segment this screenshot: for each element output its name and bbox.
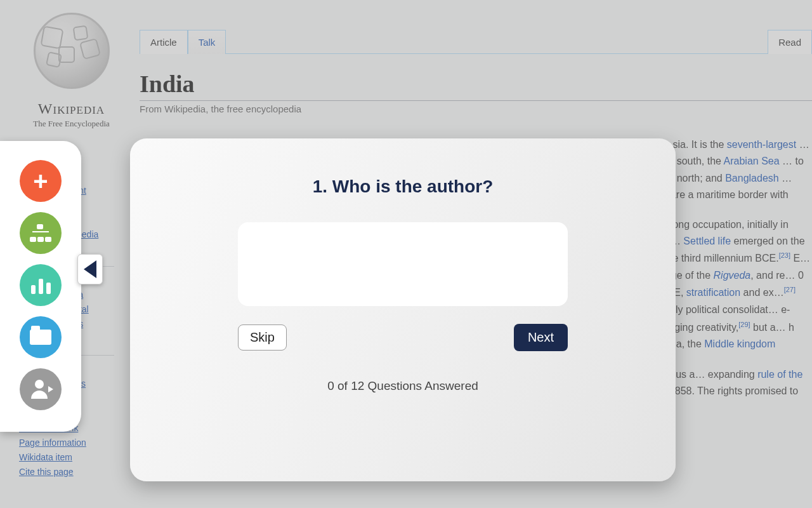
quiz-progress-text: 0 of 12 Questions Answered [193, 379, 612, 393]
tab-talk[interactable]: Talk [188, 30, 226, 54]
sb-link[interactable]: Cite this page [19, 465, 124, 479]
ref[interactable]: [29] [738, 321, 750, 328]
quiz-question: 1. Who is the author? [193, 177, 612, 197]
logo-wordmark: Wikipedia [19, 100, 124, 117]
tool-dock [0, 141, 81, 432]
link[interactable]: Middle kingdom [704, 338, 775, 349]
link[interactable]: Settled life [683, 236, 731, 246]
link[interactable]: Arabian Sea [724, 156, 780, 166]
tab-read[interactable]: Read [768, 30, 812, 54]
sb-link[interactable]: Page information [19, 436, 124, 450]
share-user-icon[interactable] [20, 368, 62, 410]
quiz-modal: 1. Who is the author? Skip Next 0 of 12 … [130, 138, 676, 481]
page-subtitle: From Wikipedia, the free encyclopedia [140, 104, 812, 114]
link[interactable]: Rigveda [714, 270, 751, 281]
ref[interactable]: [27] [784, 286, 796, 293]
org-chart-icon[interactable] [20, 212, 62, 254]
wikipedia-logo[interactable] [30, 13, 113, 95]
add-icon[interactable] [20, 160, 62, 202]
article-paragraph: … ong occupation, initially in va… Settl… [660, 217, 812, 353]
quiz-answer-input[interactable] [238, 222, 568, 306]
folder-icon[interactable] [20, 316, 62, 358]
article-paragraph: … sia. It is the seventh-largest … the s… [660, 137, 812, 204]
dock-collapse-button[interactable] [77, 254, 103, 284]
chevron-left-icon [84, 260, 96, 278]
page-title: India [140, 70, 812, 101]
tab-article[interactable]: Article [140, 30, 188, 54]
logo-tagline: The Free Encyclopedia [19, 119, 124, 129]
link[interactable]: stratification [686, 288, 740, 298]
skip-button[interactable]: Skip [238, 324, 287, 351]
tabs-row: Article Talk Read [140, 16, 812, 54]
link[interactable]: seventh-largest [727, 139, 796, 150]
next-button[interactable]: Next [514, 324, 568, 351]
link[interactable]: Bangladesh [725, 173, 779, 184]
sb-link[interactable]: Wikidata item [19, 450, 124, 465]
chart-icon[interactable] [20, 264, 62, 306]
ref[interactable]: [23] [779, 251, 790, 259]
globe-icon [34, 13, 110, 89]
